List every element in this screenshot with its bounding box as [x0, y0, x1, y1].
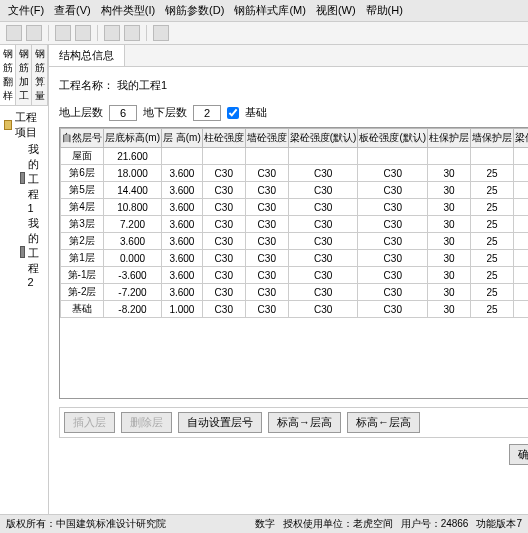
table-cell[interactable]: 25 [471, 267, 514, 284]
foundation-checkbox[interactable] [227, 107, 239, 119]
table-cell[interactable]: 30 [428, 250, 471, 267]
tool-help-icon[interactable] [153, 25, 169, 41]
table-cell[interactable]: 25 [471, 165, 514, 182]
table-cell[interactable]: C30 [245, 216, 288, 233]
table-cell[interactable]: 7.200 [104, 216, 162, 233]
table-cell[interactable] [428, 148, 471, 165]
table-cell[interactable]: C30 [358, 199, 428, 216]
table-cell[interactable]: -3.600 [104, 267, 162, 284]
table-cell[interactable]: 25 [514, 216, 528, 233]
table-cell[interactable]: C30 [202, 182, 245, 199]
menu-viewport[interactable]: 视图(W) [312, 2, 360, 19]
table-cell[interactable]: C30 [288, 267, 358, 284]
delete-floor-button[interactable]: 删除层 [121, 412, 172, 433]
table-row[interactable]: 第-1层-3.6003.600C30C30C30C3030252515 [61, 267, 529, 284]
elev-to-height-button[interactable]: 标高→层高 [268, 412, 341, 433]
table-cell[interactable]: C30 [288, 233, 358, 250]
table-cell[interactable] [245, 148, 288, 165]
table-cell[interactable]: 30 [428, 182, 471, 199]
menu-file[interactable]: 文件(F) [4, 2, 48, 19]
table-cell[interactable]: 25 [514, 284, 528, 301]
table-cell[interactable]: 25 [471, 284, 514, 301]
table-cell[interactable]: 10.800 [104, 199, 162, 216]
table-cell[interactable]: 3.600 [104, 233, 162, 250]
table-cell[interactable]: C30 [288, 250, 358, 267]
table-cell[interactable]: 14.400 [104, 182, 162, 199]
table-cell[interactable]: -7.200 [104, 284, 162, 301]
table-row[interactable]: 屋面21.600 [61, 148, 529, 165]
table-cell[interactable]: 25 [514, 250, 528, 267]
floor-table[interactable]: 自然层号层底标高(m)层 高(m)柱砼强度墙砼强度梁砼强度(默认)板砼强度(默认… [60, 128, 528, 318]
table-cell[interactable]: 第5层 [61, 182, 104, 199]
table-cell[interactable]: C30 [288, 216, 358, 233]
table-cell[interactable]: C30 [245, 267, 288, 284]
table-row[interactable]: 基础-8.2001.000C30C30C30C3030252515 [61, 301, 529, 318]
table-cell[interactable]: 25 [471, 250, 514, 267]
table-cell[interactable] [288, 148, 358, 165]
table-cell[interactable] [471, 148, 514, 165]
table-cell[interactable]: C30 [202, 199, 245, 216]
table-cell[interactable]: C30 [358, 250, 428, 267]
table-cell[interactable]: C30 [358, 182, 428, 199]
menu-rebar-lib[interactable]: 钢筋样式库(M) [230, 2, 310, 19]
table-cell[interactable]: C30 [358, 165, 428, 182]
table-cell[interactable]: C30 [245, 182, 288, 199]
table-cell[interactable]: 第3层 [61, 216, 104, 233]
table-cell[interactable]: 3.600 [162, 182, 203, 199]
table-cell[interactable] [162, 148, 203, 165]
auto-floor-button[interactable]: 自动设置层号 [178, 412, 262, 433]
table-row[interactable]: 第3层7.2003.600C30C30C30C3030252515 [61, 216, 529, 233]
table-cell[interactable]: C30 [288, 199, 358, 216]
table-cell[interactable]: C30 [245, 301, 288, 318]
menu-component[interactable]: 构件类型(I) [97, 2, 159, 19]
table-cell[interactable]: C30 [358, 301, 428, 318]
table-cell[interactable]: 30 [428, 165, 471, 182]
tab-rebar-process[interactable]: 钢筋加工 [16, 45, 32, 105]
table-cell[interactable]: 30 [428, 233, 471, 250]
table-row[interactable]: 第6层18.0003.600C30C30C30C3030252515 [61, 165, 529, 182]
tab-rebar-calc[interactable]: 钢筋算量 [32, 45, 48, 105]
menu-rebar-param[interactable]: 钢筋参数(D) [161, 2, 228, 19]
below-floors-input[interactable] [193, 105, 221, 121]
table-cell[interactable]: C30 [288, 182, 358, 199]
insert-floor-button[interactable]: 插入层 [64, 412, 115, 433]
table-cell[interactable]: 3.600 [162, 267, 203, 284]
tree-item-project1[interactable]: 我的工程1 [4, 142, 44, 214]
table-cell[interactable]: 18.000 [104, 165, 162, 182]
table-cell[interactable]: 第6层 [61, 165, 104, 182]
table-cell[interactable]: 30 [428, 284, 471, 301]
table-cell[interactable]: C30 [202, 165, 245, 182]
table-cell[interactable]: 第2层 [61, 233, 104, 250]
tool-open-icon[interactable] [26, 25, 42, 41]
table-cell[interactable]: 第4层 [61, 199, 104, 216]
table-cell[interactable]: 0.000 [104, 250, 162, 267]
table-cell[interactable]: 30 [428, 199, 471, 216]
table-cell[interactable]: 第-1层 [61, 267, 104, 284]
table-cell[interactable]: 30 [428, 216, 471, 233]
height-to-elev-button[interactable]: 标高←层高 [347, 412, 420, 433]
table-cell[interactable]: -8.200 [104, 301, 162, 318]
table-cell[interactable] [358, 148, 428, 165]
table-cell[interactable]: 25 [471, 233, 514, 250]
tab-rebar-sample[interactable]: 钢筋翻样 [0, 45, 16, 105]
tool-print-icon[interactable] [75, 25, 91, 41]
table-cell[interactable]: C30 [202, 284, 245, 301]
table-cell[interactable]: C30 [202, 267, 245, 284]
table-cell[interactable]: 25 [471, 182, 514, 199]
table-cell[interactable]: C30 [358, 233, 428, 250]
table-cell[interactable]: C30 [288, 301, 358, 318]
table-cell[interactable]: 第1层 [61, 250, 104, 267]
table-cell[interactable]: 30 [428, 267, 471, 284]
table-row[interactable]: 第5层14.4003.600C30C30C30C3030252515 [61, 182, 529, 199]
table-cell[interactable]: 3.600 [162, 233, 203, 250]
table-cell[interactable]: 25 [514, 182, 528, 199]
table-row[interactable]: 第1层0.0003.600C30C30C30C3030252515 [61, 250, 529, 267]
table-cell[interactable]: C30 [202, 250, 245, 267]
table-cell[interactable]: C30 [358, 284, 428, 301]
table-cell[interactable]: C30 [245, 199, 288, 216]
tool-tree-icon[interactable] [104, 25, 120, 41]
table-cell[interactable]: C30 [358, 216, 428, 233]
table-cell[interactable]: C30 [288, 165, 358, 182]
table-row[interactable]: 第4层10.8003.600C30C30C30C3030252515 [61, 199, 529, 216]
table-cell[interactable]: 25 [514, 301, 528, 318]
